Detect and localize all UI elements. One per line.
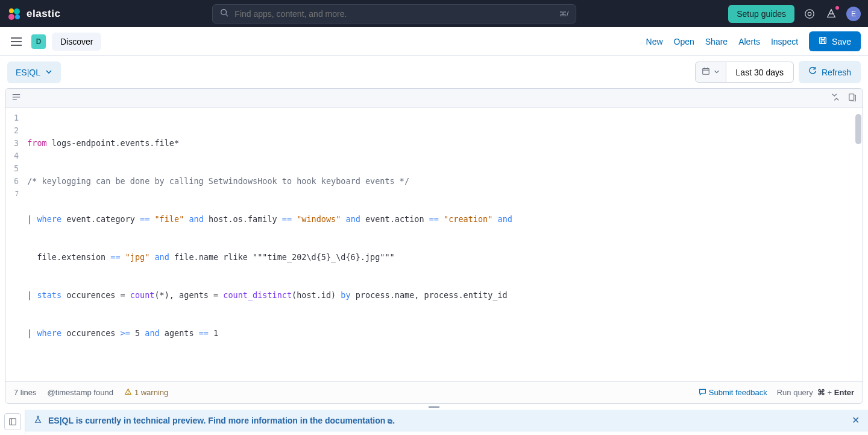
save-button[interactable]: Save — [809, 31, 861, 51]
timestamp-label: @timestamp found — [48, 388, 113, 397]
app-header: D Discover New Open Share Alerts Inspect… — [0, 27, 868, 56]
results-pane: ES|QL is currently in technical preview.… — [0, 410, 868, 435]
global-header: elastic ⌘/ Setup guides E — [0, 0, 868, 27]
editor-status-bar: 7 lines @timestamp found 1 warning Submi… — [5, 381, 863, 403]
save-button-label: Save — [832, 37, 851, 46]
global-search-input[interactable]: ⌘/ — [212, 4, 576, 24]
line-count-label: 7 lines — [14, 388, 37, 397]
open-link[interactable]: Open — [674, 37, 694, 46]
nav-hamburger-icon[interactable] — [7, 34, 25, 49]
run-query-hint: Run query ⌘ + Enter — [777, 388, 854, 397]
alerts-link[interactable]: Alerts — [738, 37, 760, 46]
code-content[interactable]: from logs-endpoint.events.file* /* keylo… — [25, 108, 863, 381]
refresh-icon — [808, 67, 817, 77]
calendar-icon — [702, 67, 710, 77]
elastic-logo-icon — [7, 7, 22, 21]
svg-point-7 — [808, 12, 811, 15]
notifications-icon[interactable] — [803, 7, 816, 21]
refresh-label: Refresh — [822, 68, 851, 77]
word-wrap-icon[interactable] — [11, 93, 21, 103]
svg-rect-23 — [9, 419, 16, 425]
query-editor: 1 2 3 4 5 6 7 from logs-endpoint.events.… — [5, 88, 863, 404]
resize-handle[interactable] — [0, 404, 868, 410]
flask-icon — [34, 415, 42, 425]
user-avatar[interactable]: E — [846, 7, 861, 21]
svg-point-6 — [805, 9, 814, 17]
date-range-label[interactable]: Last 30 days — [726, 62, 794, 83]
feedback-label: Submit feedback — [709, 388, 767, 397]
svg-line-5 — [226, 14, 228, 17]
svg-point-1 — [14, 8, 20, 14]
svg-rect-11 — [820, 37, 826, 44]
banner-text: ES|QL is currently in technical preview.… — [48, 416, 395, 425]
inspect-link[interactable]: Inspect — [771, 37, 798, 46]
share-link[interactable]: Share — [705, 37, 728, 46]
svg-point-4 — [221, 10, 227, 15]
chevron-down-icon — [45, 68, 52, 77]
app-name-button[interactable]: Discover — [52, 33, 101, 51]
editor-scrollbar[interactable] — [855, 114, 861, 127]
search-shortcut-hint: ⌘/ — [559, 10, 568, 18]
chevron-down-icon — [714, 68, 720, 77]
collapse-icon[interactable] — [831, 93, 840, 103]
close-banner-button[interactable]: ✕ — [852, 414, 860, 426]
date-quick-select-button[interactable] — [695, 62, 726, 83]
code-editor[interactable]: 1 2 3 4 5 6 7 from logs-endpoint.events.… — [5, 108, 863, 381]
field-sidebar-rail — [0, 410, 25, 435]
esql-label: ES|QL — [16, 68, 40, 77]
query-language-selector[interactable]: ES|QL — [7, 62, 61, 83]
documentation-icon[interactable] — [848, 93, 857, 103]
chat-icon — [699, 388, 706, 398]
query-bar: ES|QL Last 30 days Refresh — [0, 56, 868, 88]
documentation-link[interactable]: documentation ⧉ — [325, 416, 392, 425]
brand-name: elastic — [27, 8, 60, 20]
editor-toolbar — [5, 89, 863, 108]
toggle-fields-sidebar-button[interactable] — [4, 413, 21, 430]
warning-text: 1 warning — [134, 388, 168, 397]
elastic-logo[interactable]: elastic — [7, 7, 60, 21]
global-search-field[interactable] — [234, 9, 553, 19]
svg-rect-13 — [702, 69, 709, 75]
save-icon — [819, 36, 827, 46]
search-icon — [220, 8, 228, 19]
setup-guides-button[interactable]: Setup guides — [728, 5, 794, 23]
svg-point-0 — [9, 8, 14, 13]
app-icon: D — [31, 34, 46, 49]
svg-point-3 — [15, 14, 20, 19]
warning-icon — [124, 388, 132, 398]
svg-point-22 — [128, 393, 128, 393]
svg-rect-12 — [821, 41, 824, 43]
warning-indicator[interactable]: 1 warning — [124, 388, 168, 398]
submit-feedback-link[interactable]: Submit feedback — [699, 388, 767, 398]
svg-rect-20 — [849, 94, 854, 101]
hits-summary-row: 6 hits — [25, 431, 868, 435]
date-range-picker: Last 30 days — [695, 62, 794, 83]
tech-preview-banner: ES|QL is currently in technical preview.… — [25, 410, 868, 431]
refresh-button[interactable]: Refresh — [799, 61, 861, 83]
svg-point-2 — [8, 14, 14, 20]
help-icon[interactable] — [825, 7, 838, 21]
line-gutter: 1 2 3 4 5 6 7 — [5, 108, 25, 381]
new-link[interactable]: New — [646, 37, 663, 46]
